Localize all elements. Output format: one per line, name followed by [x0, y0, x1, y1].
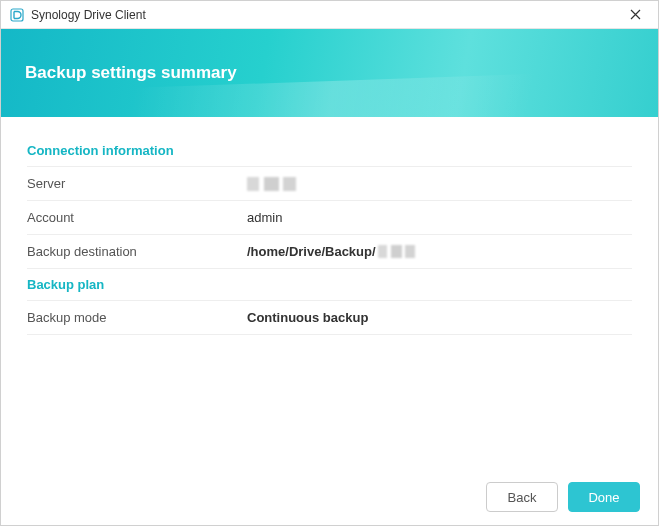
row-account: Account admin — [27, 201, 632, 235]
section-header-connection: Connection information — [27, 135, 632, 167]
redacted-server — [247, 177, 305, 191]
value-account: admin — [247, 210, 282, 225]
close-button[interactable] — [620, 3, 650, 27]
app-icon — [9, 7, 25, 23]
label-server: Server — [27, 176, 247, 191]
titlebar: Synology Drive Client — [1, 1, 658, 29]
dest-path-prefix: /home/Drive/Backup/ — [247, 244, 376, 259]
footer: Back Done — [1, 469, 658, 525]
back-button[interactable]: Back — [486, 482, 558, 512]
content: Connection information Server Account ad… — [1, 117, 658, 335]
page-title: Backup settings summary — [25, 63, 237, 83]
value-backup-mode: Continuous backup — [247, 310, 368, 325]
done-button[interactable]: Done — [568, 482, 640, 512]
label-account: Account — [27, 210, 247, 225]
redacted-dest-suffix — [378, 245, 422, 258]
row-backup-mode: Backup mode Continuous backup — [27, 301, 632, 335]
row-backup-destination: Backup destination /home/Drive/Backup/ — [27, 235, 632, 269]
value-backup-destination: /home/Drive/Backup/ — [247, 244, 422, 259]
banner: Backup settings summary — [1, 29, 658, 117]
section-header-plan: Backup plan — [27, 269, 632, 301]
row-server: Server — [27, 167, 632, 201]
label-backup-destination: Backup destination — [27, 244, 247, 259]
window-title: Synology Drive Client — [31, 8, 620, 22]
label-backup-mode: Backup mode — [27, 310, 247, 325]
value-server — [247, 177, 305, 191]
